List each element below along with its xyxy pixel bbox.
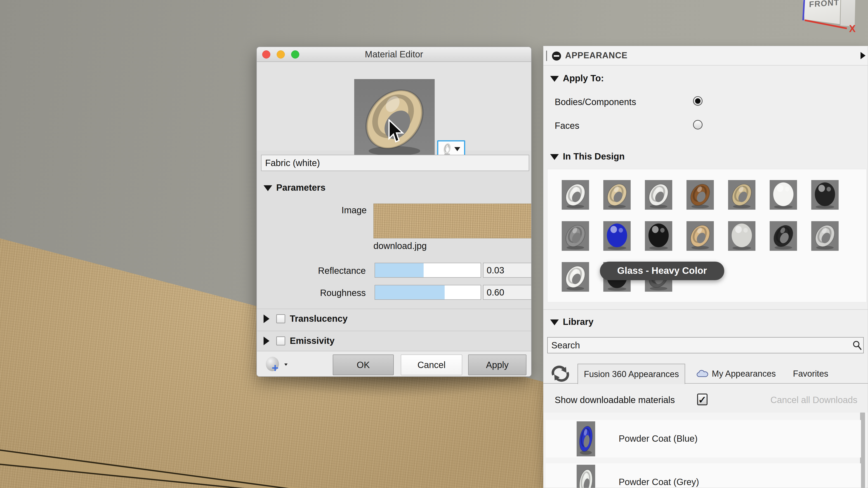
emissivity-label: Emissivity [290,336,335,346]
material-library-list: Powder Coat (Blue) Powder Coat (Grey) [544,413,868,488]
reflectance-label: Reflectance [298,266,366,276]
emissivity-row[interactable]: Emissivity [264,336,335,346]
show-downloadable-label: Show downloadable materials [555,395,675,405]
dialog-titlebar[interactable]: Material Editor [257,47,531,62]
roughness-slider[interactable] [375,285,481,300]
in-design-swatch-panel: Glass - Heavy Color [547,169,867,302]
bodies-components-radio[interactable] [693,96,703,106]
parameters-header[interactable]: Parameters [264,183,326,193]
divider [544,309,868,310]
roughness-label: Roughness [298,288,366,298]
material-name-input[interactable] [261,155,529,171]
tab-favorites[interactable]: Favorites [787,364,834,384]
apply-to-header[interactable]: Apply To: [550,73,604,84]
add-appearance-button[interactable]: + [266,357,291,373]
material-thumbnail [577,421,595,456]
reflectance-value[interactable]: 0.03 [483,263,532,278]
minus-circle-icon[interactable] [552,52,561,61]
search-input[interactable] [547,337,864,353]
reflectance-slider-fill [375,263,424,277]
material-thumbnail [577,465,595,488]
material-list-item[interactable]: Powder Coat (Blue) [546,420,861,457]
library-tabs: Fusion 360 AppearancesMy AppearancesFavo… [544,364,868,384]
search-icon [852,340,862,350]
collapse-icon [550,320,559,325]
material-editor-dialog: Material Editor Parameters Image downloa… [256,46,532,377]
appearance-swatch-torus[interactable] [728,180,755,210]
apply-to-option-label: Faces [555,121,579,131]
appearance-swatch-torus[interactable] [562,221,589,251]
appearance-swatch-sphere[interactable] [811,180,839,210]
image-label: Image [321,205,367,215]
collapse-icon [264,185,272,191]
appearance-swatch-sphere[interactable] [770,180,797,210]
material-list-item[interactable]: Powder Coat (Grey) [546,463,861,488]
dialog-footer: + OK Cancel Apply [257,351,531,377]
downloadable-row: Show downloadable materials ✓ Cancel all… [544,391,868,410]
tab-fusion-360-appearances[interactable]: Fusion 360 Appearances [578,364,685,384]
divider [257,308,531,309]
translucency-row[interactable]: Translucency [264,314,348,324]
panel-title: APPEARANCE [565,51,627,60]
appearance-panel: APPEARANCE Apply To: Bodies/Components F… [543,46,868,488]
plus-icon: + [272,363,278,373]
appearance-swatch-torus[interactable] [770,221,797,251]
ok-button[interactable]: OK [333,355,394,375]
reflectance-slider[interactable] [375,263,481,278]
roughness-slider-fill [375,285,445,299]
panel-expand-icon[interactable] [861,52,866,59]
appearance-swatch-torus[interactable] [562,180,589,210]
translucency-label: Translucency [290,314,348,324]
drag-handle[interactable] [546,51,547,61]
tab-label: My Appearances [712,369,776,379]
appearance-swatch-torus[interactable] [603,180,631,210]
apply-to-option-label: Bodies/Components [555,97,636,107]
library-header[interactable]: Library [550,317,594,327]
appearance-swatch-sphere[interactable] [645,221,672,251]
apply-button[interactable]: Apply [468,355,526,375]
appearance-swatch-torus[interactable] [562,262,589,292]
x-axis-label: X [849,23,856,34]
appearance-panel-header[interactable]: APPEARANCE [544,46,868,66]
appearance-swatch-torus[interactable] [645,180,672,210]
image-texture-swatch[interactable] [373,203,532,238]
show-downloadable-checkbox[interactable]: ✓ [697,394,708,405]
expand-icon[interactable] [264,315,270,323]
appearance-swatch-torus[interactable] [686,180,714,210]
refresh-icon[interactable] [550,365,570,382]
appearance-swatch-sphere[interactable] [603,221,631,251]
emissivity-checkbox[interactable] [276,336,285,346]
mouse-cursor-icon [388,119,405,144]
collapse-icon [550,154,559,160]
faces-radio[interactable] [693,120,703,129]
swatch-tooltip: Glass - Heavy Color [600,262,724,280]
tab-my-appearances[interactable]: My Appearances [690,364,782,384]
torus-shape-icon [442,142,452,157]
collapse-icon [550,76,559,82]
dialog-title: Material Editor [257,49,531,59]
material-name: Powder Coat (Grey) [619,477,699,487]
chevron-down-icon [284,363,287,366]
appearance-swatch-torus[interactable] [811,221,839,251]
appearance-swatch-sphere[interactable] [728,221,755,251]
chevron-down-icon [454,147,460,151]
tab-label: Fusion 360 Appearances [584,369,679,379]
image-filename: download.jpg [373,241,487,251]
in-this-design-header[interactable]: In This Design [550,151,625,162]
roughness-value[interactable]: 0.60 [483,285,532,300]
tab-label: Favorites [793,369,828,379]
viewcube[interactable]: FRONT X [800,0,868,38]
cancel-button[interactable]: Cancel [401,355,462,375]
divider [257,331,531,331]
cloud-icon [696,369,708,378]
cancel-downloads-link[interactable]: Cancel all Downloads [770,395,857,405]
translucency-checkbox[interactable] [276,314,285,323]
expand-icon[interactable] [264,337,270,345]
appearance-swatch-torus[interactable] [686,221,714,251]
material-name: Powder Coat (Blue) [619,433,698,444]
